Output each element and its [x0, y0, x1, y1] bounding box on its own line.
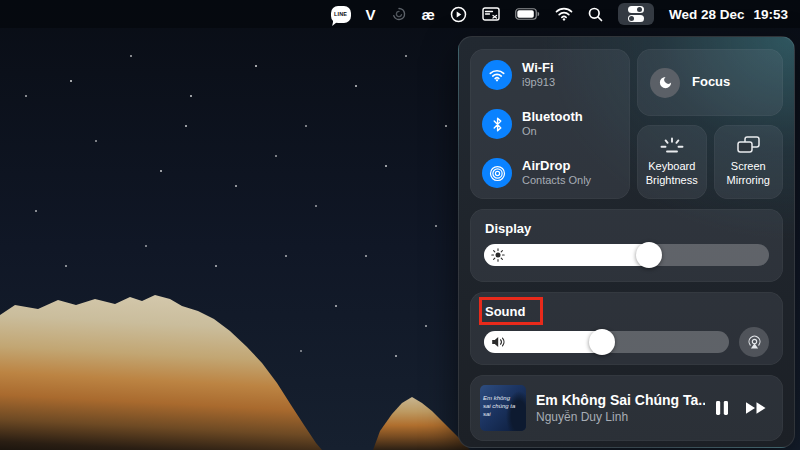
wifi-status: i9p913	[522, 76, 555, 89]
track-artist: Nguyễn Duy Linh	[536, 410, 705, 424]
wifi-circle-icon	[482, 60, 512, 90]
keyboard-brightness-label: Keyboard Brightness	[639, 160, 705, 188]
input-source-icon	[482, 7, 500, 21]
display-card: Display	[470, 209, 783, 282]
bluetooth-status: On	[522, 125, 583, 138]
airdrop-status: Contacts Only	[522, 174, 591, 187]
control-center-menu-button[interactable]	[618, 3, 654, 25]
sound-card: Sound	[470, 292, 783, 365]
album-art-text: Em không sai chúng ta sai	[483, 395, 517, 418]
focus-toggle[interactable]: Focus	[637, 49, 783, 116]
wifi-toggle[interactable]: Wi-Fi i9p913	[482, 60, 624, 90]
sound-slider-knob[interactable]	[589, 329, 615, 355]
album-art: Em không sai chúng ta sai	[480, 385, 526, 431]
display-slider-knob[interactable]	[636, 242, 662, 268]
display-label: Display	[484, 221, 531, 236]
spinner-menu-icon[interactable]	[391, 0, 407, 28]
v-icon: V	[366, 6, 376, 23]
control-center-panel: Wi-Fi i9p913 Bluetooth On	[458, 36, 795, 448]
speaker-icon	[491, 336, 506, 349]
bluetooth-label: Bluetooth	[522, 110, 583, 125]
clock-date: Wed 28 Dec	[669, 7, 745, 22]
keyboard-brightness-icon	[660, 137, 684, 154]
audio-output-button[interactable]	[739, 327, 769, 357]
v-app-menu-icon[interactable]: V	[366, 0, 376, 28]
line-app-menu-icon[interactable]: LINE	[331, 0, 351, 28]
control-center-icon	[628, 6, 644, 22]
focus-label: Focus	[692, 75, 730, 90]
menu-bar-clock[interactable]: Wed 28 Dec 19:53	[669, 0, 790, 28]
wifi-menu-icon[interactable]	[555, 0, 573, 28]
screen-mirroring-icon	[737, 136, 760, 154]
bluetooth-toggle[interactable]: Bluetooth On	[482, 109, 624, 139]
wifi-icon	[555, 7, 573, 21]
sound-label: Sound	[484, 304, 525, 319]
airdrop-toggle[interactable]: AirDrop Contacts Only	[482, 158, 624, 188]
moon-icon	[650, 68, 680, 98]
wifi-label: Wi-Fi	[522, 61, 555, 76]
spotlight-menu-icon[interactable]	[588, 0, 603, 28]
spinner-icon	[391, 6, 407, 22]
line-icon: LINE	[331, 6, 351, 23]
pause-button[interactable]	[715, 400, 729, 416]
now-playing-card[interactable]: Em không sai chúng ta sai Em Không Sai C…	[470, 375, 783, 441]
ae-icon: æ	[422, 6, 435, 23]
airplay-audio-icon	[746, 334, 763, 351]
screen-mirroring-button[interactable]: Screen Mirroring	[714, 125, 784, 199]
battery-icon	[515, 8, 540, 20]
line-icon-label: LINE	[334, 11, 347, 17]
screen-mirroring-label: Screen Mirroring	[716, 160, 782, 188]
display-slider-fill	[484, 244, 649, 266]
menu-bar: LINE V æ	[0, 0, 800, 28]
airdrop-circle-icon	[482, 158, 512, 188]
airdrop-label: AirDrop	[522, 159, 591, 174]
connectivity-card: Wi-Fi i9p913 Bluetooth On	[470, 49, 630, 199]
clock-time: 19:53	[753, 7, 788, 22]
brightness-sun-icon	[491, 248, 505, 262]
display-brightness-slider[interactable]	[484, 244, 769, 266]
sound-volume-slider[interactable]	[484, 331, 729, 353]
desktop-screen: LINE V æ	[0, 0, 800, 450]
bluetooth-circle-icon	[482, 109, 512, 139]
play-menu-icon[interactable]	[450, 0, 467, 28]
track-title: Em Không Sai Chúng Ta...	[536, 392, 705, 408]
battery-menu-icon[interactable]	[515, 0, 540, 28]
rock-formation-large	[0, 295, 340, 450]
input-source-menu-icon[interactable]	[482, 0, 500, 28]
fast-forward-button[interactable]	[745, 401, 767, 415]
play-circle-icon	[450, 6, 467, 23]
search-icon	[588, 7, 603, 22]
keyboard-brightness-button[interactable]: Keyboard Brightness	[637, 125, 707, 199]
ae-app-menu-icon[interactable]: æ	[422, 0, 435, 28]
